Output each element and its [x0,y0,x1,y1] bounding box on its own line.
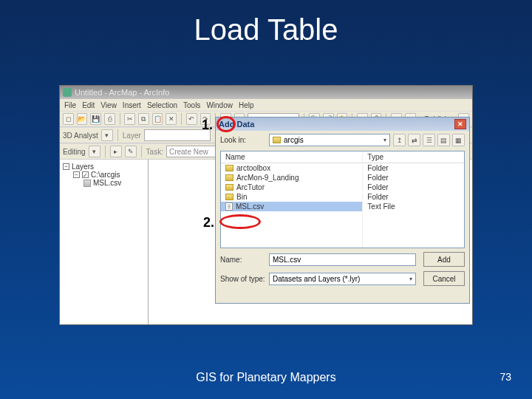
analyst-label: 3D Analyst [63,132,98,140]
toc-layer[interactable]: MSL.csv [83,179,145,187]
copy-icon[interactable]: ⧉ [138,113,149,125]
folder-icon [225,165,233,171]
list-item-type: Folder [363,163,464,173]
task-combo[interactable]: Create New [166,146,218,157]
separator [117,129,118,141]
cut-icon[interactable]: ✂ [124,113,135,125]
layer-label: Layer [123,132,141,140]
menu-edit[interactable]: Edit [82,101,95,109]
showtype-combo[interactable]: Datasets and Layers (*.lyr) ▾ [269,273,416,285]
visibility-checkbox[interactable] [82,171,89,178]
collapse-icon[interactable]: − [73,171,80,178]
lookin-value: arcgis [284,136,304,144]
list-item-type: Folder [363,173,464,183]
window-title-text: Untitled - ArcMap - ArcInfo [75,88,169,97]
menu-insert[interactable]: Insert [123,101,141,109]
chevron-down-icon: ▾ [409,276,412,282]
separator [181,113,182,125]
list-item-type: Folder [363,192,464,202]
list-item[interactable]: ArcTutor [221,183,362,192]
toc-dataframe-label: C:\arcgis [91,171,120,179]
toc-dataframe[interactable]: − C:\arcgis [73,171,145,179]
menu-help[interactable]: Help [239,101,254,109]
list-item-label: ArcTutor [236,183,265,191]
separator [120,113,120,125]
add-data-dialog: Add Data ✕ Look in: arcgis ▾ ↥ ⇄ ☰ ▤ ▦ N… [215,117,470,304]
task-label: Task: [146,148,163,156]
print-icon[interactable]: ⎙ [104,113,115,125]
list-view-icon[interactable]: ☰ [423,134,435,146]
table-of-contents: − Layers − C:\arcgis MSL.csv [60,160,149,324]
menu-file[interactable]: File [64,101,76,109]
dialog-title-text: Add Data [219,120,254,129]
new-icon[interactable]: ◻ [63,113,74,125]
up-one-level-icon[interactable]: ↥ [393,134,406,146]
folder-icon [225,184,233,191]
slide-page-number: 73 [499,371,511,383]
list-item-label: Bin [236,193,247,201]
chevron-down-icon: ▾ [383,137,386,143]
connect-folder-icon[interactable]: ⇄ [408,134,420,146]
list-item-label: ArcMon-9_Landing [236,174,299,182]
undo-icon[interactable]: ↶ [186,113,197,125]
text-file-icon [225,202,233,211]
dialog-nav-tools: ↥ ⇄ ☰ ▤ ▦ [393,134,465,146]
redo-icon[interactable]: ↷ [200,113,211,125]
list-item-type: Folder [363,183,464,192]
list-item-label: MSL.csv [236,202,264,211]
cancel-button[interactable]: Cancel [423,271,465,286]
toc-root-label: Layers [72,163,94,171]
delete-icon[interactable]: ✕ [166,113,177,125]
dialog-titlebar: Add Data ✕ [216,117,469,131]
menubar: File Edit View Insert Selection Tools Wi… [60,99,472,111]
paste-icon[interactable]: 📋 [152,113,163,125]
separator [141,146,142,157]
arcmap-window: Untitled - ArcMap - ArcInfo File Edit Vi… [59,85,473,325]
toc-root[interactable]: − Layers [63,163,145,171]
collapse-icon[interactable]: − [63,163,69,170]
list-item-label: arctoolbox [236,164,270,172]
add-button[interactable]: Add [423,252,465,267]
lookin-label: Look in: [220,136,266,144]
app-icon [63,88,72,97]
separator [105,146,106,157]
close-button[interactable]: ✕ [454,119,466,129]
toc-layer-label: MSL.csv [93,179,121,187]
slide-title: Load Table [0,13,532,47]
save-icon[interactable]: 💾 [90,113,101,125]
showtype-value: Datasets and Layers (*.lyr) [273,275,360,283]
folder-icon [225,174,233,181]
folder-icon [273,137,281,143]
menu-view[interactable]: View [100,101,117,109]
list-item-type: Text File [363,202,464,211]
sketch-tool-icon[interactable]: ✎ [125,146,137,157]
menu-selection[interactable]: Selection [147,101,177,109]
layer-combo[interactable] [144,129,211,141]
list-item-selected[interactable]: MSL.csv [221,202,362,211]
name-input[interactable]: MSL.csv [269,253,416,266]
list-item[interactable]: Bin [221,192,362,202]
showtype-label: Show of type: [220,275,266,283]
file-list[interactable]: Name arctoolbox ArcMon-9_Landing ArcTuto… [220,151,465,248]
list-item[interactable]: ArcMon-9_Landing [221,173,362,183]
editing-label: Editing [63,148,86,156]
name-label: Name: [220,256,266,264]
menu-tools[interactable]: Tools [183,101,200,109]
column-header-type[interactable]: Type [363,151,464,163]
thumbnails-view-icon[interactable]: ▦ [452,134,465,146]
folder-icon [225,194,233,200]
table-icon [83,180,91,187]
lookin-row: Look in: arcgis ▾ ↥ ⇄ ☰ ▤ ▦ [216,131,469,149]
column-header-name[interactable]: Name [221,151,362,163]
chevron-down-icon[interactable]: ▾ [101,129,113,141]
name-value: MSL.csv [273,256,301,264]
window-titlebar: Untitled - ArcMap - ArcInfo [60,86,472,99]
chevron-down-icon[interactable]: ▾ [89,146,100,157]
details-view-icon[interactable]: ▤ [437,134,450,146]
lookin-combo[interactable]: arcgis ▾ [269,134,390,146]
menu-window[interactable]: Window [206,101,233,109]
edit-tool-icon[interactable]: ▸ [110,146,122,157]
open-icon[interactable]: 📂 [77,113,88,125]
list-item[interactable]: arctoolbox [221,163,362,173]
dialog-bottom: Name: MSL.csv Add Show of type: Datasets… [216,250,469,293]
